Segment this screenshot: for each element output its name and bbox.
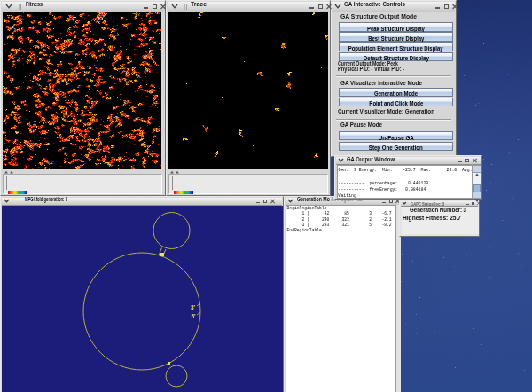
svg-text:3': 3' — [191, 304, 196, 310]
svg-text:5': 5' — [192, 313, 197, 319]
